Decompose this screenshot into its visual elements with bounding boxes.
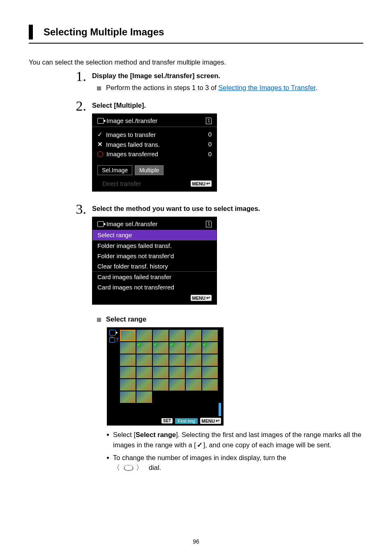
bullet-icon (97, 318, 101, 322)
thumbnail (202, 354, 218, 366)
bullet-icon (107, 434, 109, 436)
thumbnail (169, 367, 185, 378)
card-slot-icon: 1 (206, 118, 212, 124)
card-slot-icon: 1 (206, 221, 212, 227)
desc-item-1: Select [Select range]. Selecting the fir… (107, 430, 363, 450)
transfer-icon (109, 330, 116, 336)
checkmark-icon: ✓ (97, 131, 103, 138)
thumbnail (169, 354, 185, 366)
thumbnail (202, 379, 218, 391)
check-icon: ✓ (170, 342, 174, 347)
page-title: Selecting Multiple Images (44, 25, 363, 39)
thumbnail (120, 342, 136, 354)
option-card-not-transferred: Card images not transferred (92, 282, 217, 292)
thumbnail (136, 354, 152, 366)
row-label: Images failed trans. (106, 141, 160, 148)
first-img-label: First img (175, 418, 197, 424)
row-value: 0 (208, 131, 212, 138)
thumbnail (120, 330, 136, 341)
thumbnail (153, 330, 168, 341)
row-label: Images transferred (106, 150, 158, 157)
link-selecting-images[interactable]: Selecting the Images to Transfer (218, 84, 316, 91)
check-icon: ✓ (196, 440, 203, 450)
check-icon: ✓ (153, 342, 157, 347)
option-folder-failed: Folder images failed transf. (92, 241, 217, 251)
check-icon: ✓ (186, 342, 190, 347)
step-1-title: Display the [Image sel./transfer] screen… (92, 72, 363, 80)
select-range-heading: Select range (106, 315, 146, 323)
option-card-failed: Card images failed transfer (92, 272, 217, 282)
thumbnail: ✓ (202, 342, 218, 354)
circle-icon (97, 151, 103, 157)
transfer-icon (97, 221, 104, 227)
thumbnail (120, 367, 136, 378)
transfer-icon (97, 118, 104, 124)
step-2-number: 2. (68, 99, 92, 113)
screen-header: Image sel./transfer (106, 117, 157, 124)
row-value: 0 (208, 150, 212, 157)
option-clear-folder-history: Clear folder transf. history (92, 261, 217, 271)
thumbnail: ✓ (136, 342, 152, 354)
step-3-number: 3. (68, 202, 92, 216)
multiple-button: Multiple (135, 165, 164, 175)
step-1-number: 1. (68, 69, 92, 83)
step-1-bullet-pre: Perform the actions in steps 1 to 3 of (106, 84, 218, 91)
intro-text: You can select the selection method and … (29, 58, 363, 66)
thumbnail (153, 354, 168, 366)
thumbnail (136, 379, 152, 391)
folder-icon (109, 338, 115, 342)
row-images-to-transfer: ✓Images to transfer 0 (97, 130, 212, 139)
step-1-bullet: Perform the actions in steps 1 to 3 of S… (106, 84, 318, 92)
camera-screen-method-list: Image sel./transfer 1 Select range Folde… (92, 217, 217, 305)
page-number: 96 (0, 538, 392, 545)
row-label: Images to transfer (106, 131, 156, 138)
bullet-icon (107, 457, 109, 459)
direct-transfer-label: Direct transfer (102, 180, 141, 187)
thumbnail (202, 330, 218, 341)
option-select-range: Select range (92, 230, 217, 240)
heading-underline (29, 43, 363, 44)
desc-item-2: To change the number of images in index … (107, 453, 363, 474)
row-images-transferred: Images transferred 0 (97, 149, 212, 159)
check-icon: ✓ (137, 342, 141, 347)
thumbnail (169, 379, 185, 391)
scrollbar (219, 403, 221, 416)
screen-header: Image sel./transfer (106, 220, 157, 227)
bullet-icon (97, 86, 101, 90)
set-badge: SET (161, 418, 173, 423)
thumbnail (186, 367, 201, 378)
thumbnail (153, 367, 168, 378)
menu-back-badge: MENU↩ (200, 418, 221, 424)
camera-screen-thumbnail-index: 7 ✓ ✓ ✓ ✓ ✓ (107, 327, 224, 426)
thumbnail (153, 379, 168, 391)
thumbnail (169, 330, 185, 341)
thumbnail (120, 391, 136, 403)
row-value: 0 (208, 141, 212, 148)
folder-count: 7 (109, 337, 119, 343)
step-2-title: Select [Multiple]. (92, 102, 363, 109)
thumbnail (120, 354, 136, 366)
thumbnail (136, 367, 152, 378)
thumbnail (186, 354, 201, 366)
thumbnail (186, 379, 201, 391)
thumbnail: ✓ (186, 342, 201, 354)
check-icon: ✓ (203, 342, 207, 347)
thumbnail (136, 391, 152, 403)
thumbnail (136, 330, 152, 341)
thumbnail (120, 379, 136, 391)
menu-back-badge: MENU↩ (191, 180, 212, 187)
thumbnail (186, 330, 201, 341)
camera-screen-transfer-summary: Image sel./transfer 1 ✓Images to transfe… (92, 113, 217, 192)
sel-image-button: Sel.Image (97, 165, 132, 175)
option-folder-not-transferred: Folder images not transfer'd (92, 251, 217, 261)
thumbnail: ✓ (153, 342, 168, 354)
step-1-bullet-post: . (316, 84, 318, 91)
thumbnail (202, 367, 218, 378)
thumbnail: ✓ (169, 342, 185, 354)
step-3-title: Select the method you want to use to sel… (92, 205, 363, 213)
quick-control-dial-icon (122, 465, 134, 472)
menu-back-badge: MENU↩ (191, 295, 212, 301)
x-icon: ✕ (97, 141, 103, 148)
row-images-failed: ✕Images failed trans. 0 (97, 139, 212, 149)
